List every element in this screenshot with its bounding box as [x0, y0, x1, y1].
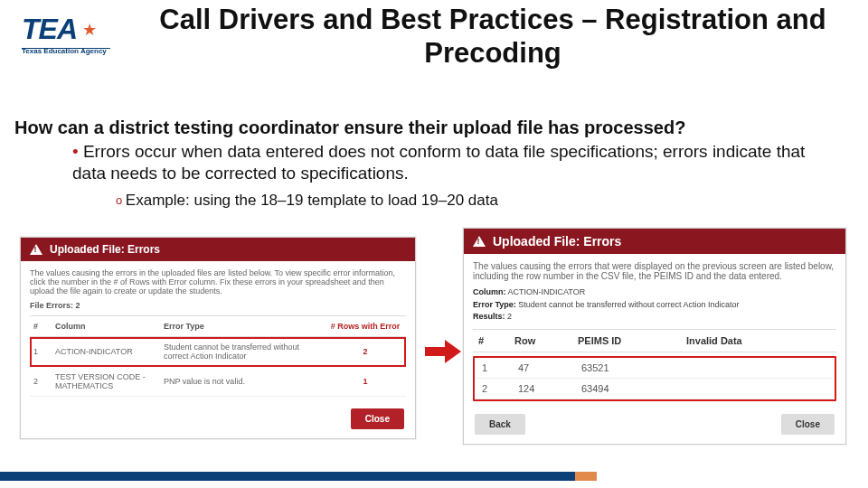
logo-word: TEA — [22, 13, 77, 46]
panel-description: The values causing the errors that were … — [473, 261, 836, 281]
error-detail-panel: Uploaded File: Errors The values causing… — [463, 228, 846, 445]
bullet-level-1: Errors occur when data entered does not … — [72, 141, 841, 184]
col-invalid-data: Invalid Data — [681, 329, 836, 352]
col-column: Column — [52, 316, 160, 337]
table-row: 2 TEST VERSION CODE - MATHEMATICS PNP va… — [30, 367, 406, 397]
tea-logo: TEA ★ Texas Education Agency — [22, 13, 110, 55]
bullet-level-2: Example: using the 18–19 template to loa… — [116, 192, 841, 210]
panel-description: The values causing the errors in the upl… — [30, 268, 406, 296]
panel-header: Uploaded File: Errors — [464, 229, 845, 254]
slide-title: Call Drivers and Best Practices – Regist… — [145, 4, 841, 70]
error-detail-table: # Row PEIMS ID Invalid Data — [473, 329, 836, 352]
warning-icon — [30, 244, 42, 255]
rows-with-error-link[interactable]: 2 — [325, 337, 406, 367]
logo-subtext: Texas Education Agency — [22, 47, 110, 55]
panel-header-text: Uploaded File: Errors — [50, 243, 160, 256]
col-row: Row — [509, 329, 572, 352]
col-error-type: Error Type — [160, 316, 325, 337]
error-summary-panel: Uploaded File: Errors The values causing… — [20, 237, 416, 439]
footer-accent-bar — [0, 472, 597, 481]
table-row: 1 ACTION-INDICATOR Student cannot be tra… — [30, 337, 406, 367]
col-peims-id: PEIMS ID — [572, 329, 681, 352]
file-errors-count: File Errors: 2 — [30, 301, 406, 310]
panel-header-text: Uploaded File: Errors — [493, 234, 621, 249]
rows-with-error-link[interactable]: 1 — [325, 367, 406, 397]
col-rows-with-error: # Rows with Error — [325, 316, 406, 337]
table-row: 2 124 63494 — [476, 378, 833, 399]
error-meta: Column: ACTION-INDICATOR Error Type: Stu… — [473, 286, 836, 324]
close-button[interactable]: Close — [781, 414, 835, 435]
warning-icon — [473, 236, 486, 247]
col-number: # — [473, 329, 509, 352]
error-summary-table: # Column Error Type # Rows with Error 1 … — [30, 315, 406, 397]
question-heading: How can a district testing coordinator e… — [14, 117, 850, 138]
panel-header: Uploaded File: Errors — [21, 238, 415, 261]
star-icon: ★ — [82, 22, 97, 38]
highlighted-detail-rows: 1 47 63521 2 124 63494 — [473, 356, 836, 401]
arrow-icon — [425, 342, 461, 361]
col-number: # — [30, 316, 52, 337]
back-button[interactable]: Back — [475, 414, 525, 435]
close-button[interactable]: Close — [351, 408, 404, 429]
table-row: 1 47 63521 — [476, 358, 833, 379]
